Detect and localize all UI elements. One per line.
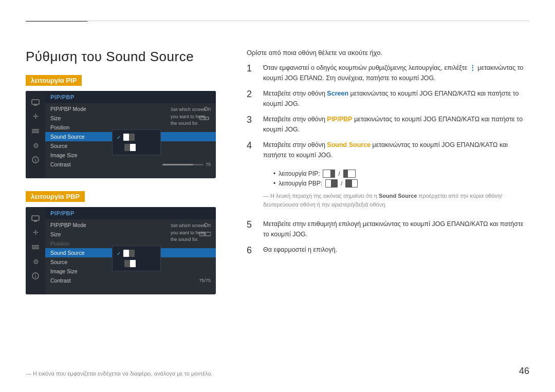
gear-icon: ⚙ [31, 142, 40, 149]
footer-note: — Η εικόνα που εμφανίζεται ενδέχεται να … [26, 370, 213, 377]
left-column: Ρύθμιση του Sound Source λειτουργία PIP [26, 49, 226, 307]
menu-item-label: Position [50, 240, 69, 247]
svg-text:✛: ✛ [33, 229, 39, 236]
svg-rect-17 [32, 216, 39, 220]
pbp-left-icon [325, 179, 338, 188]
menu-item-sound-source: Sound Source ✓ [45, 132, 216, 141]
svg-rect-16 [130, 144, 136, 151]
pbp-screen-left-icon [123, 250, 135, 257]
pip-menu-header: PIP/PBP [45, 91, 216, 103]
menu-item-label: Sound Source [50, 250, 85, 256]
pbp-monitor-icon [31, 215, 40, 222]
menu-item-label: Position [50, 124, 69, 130]
svg-rect-36 [323, 170, 330, 177]
pbp-monitor-wrapper: ✛ [26, 207, 216, 294]
pbp-menu-header: PIP/PBP [45, 207, 216, 219]
svg-text:✛: ✛ [33, 113, 39, 120]
svg-rect-14 [129, 134, 135, 141]
svg-rect-0 [32, 100, 39, 104]
right-column: Ορίστε από ποια οθόνη θέλετε να ακούτε ή… [247, 49, 529, 307]
step-2-number: 2 [247, 88, 258, 100]
step-3: 3 Μεταβείτε στην οθόνη PIP/PBP μετακινών… [247, 114, 529, 135]
svg-rect-40 [326, 180, 331, 187]
checkmark-icon: ✓ [117, 135, 121, 140]
pbp-info-icon: i [31, 272, 40, 279]
pbp-right-icon [345, 179, 358, 188]
lines-icon [31, 127, 40, 135]
svg-text:i: i [35, 158, 36, 163]
svg-rect-42 [352, 180, 357, 187]
pbp-submenu-item-1: ✓ [113, 248, 160, 258]
menu-item-label: PIP/PBP Mode [50, 222, 86, 228]
svg-rect-38 [348, 170, 355, 177]
menu-item-label: Sound Source [50, 134, 85, 140]
monitor-icon [31, 99, 40, 106]
svg-text:⚙: ⚙ [32, 258, 39, 266]
menu-item-label: Size [50, 231, 61, 237]
pip-left-icon [323, 170, 335, 178]
page-container: Ρύθμιση του Sound Source λειτουργία PIP [0, 0, 555, 392]
page-number: 46 [519, 366, 529, 377]
pip-right-icon [343, 170, 356, 178]
pbp-section-label: λειτουργία PBP [26, 191, 85, 202]
pbp-menu-contrast: Contrast 75/75 [45, 276, 216, 285]
menu-item-label: Contrast [50, 277, 71, 284]
step-4: 4 Μεταβείτε στην οθόνη Sound Source μετα… [247, 140, 529, 160]
pip-monitor-wrapper: ✛ [26, 91, 216, 178]
pbp-submenu: ✓ [112, 246, 161, 271]
menu-item-label: PIP/PBP Mode [50, 106, 86, 112]
note-text: — Η λευκή περιοχή της εικόνας σημαίνει ό… [263, 192, 529, 209]
step-4-bullets: 4 λειτουργία PIP: / [247, 165, 529, 214]
pbp-submenu-item-2 [113, 258, 160, 269]
slider-track [162, 164, 203, 165]
contrast-slider: 75 [162, 162, 211, 167]
step-1-text: Όταν εμφανιστεί ο οδηγός κουμπιών ρυθμιζ… [263, 63, 529, 83]
pip-section-label: λειτουργία PIP [26, 75, 82, 86]
pbp-checkmark-icon: ✓ [117, 251, 121, 256]
info-icon: i [31, 156, 40, 163]
step-5-number: 5 [247, 219, 258, 231]
pip-submenu: ✓ [112, 129, 161, 155]
pbp-menu-main: PIP/PBP PIP/PBP Mode On Size [45, 207, 216, 294]
svg-rect-13 [123, 134, 129, 141]
submenu-item-2 [113, 142, 160, 153]
pbp-menu-sound-source: Sound Source ✓ [45, 248, 216, 257]
bullet-list: λειτουργία PIP: / [273, 170, 529, 188]
bullet-pip: λειτουργία PIP: / [273, 170, 529, 178]
step-6-number: 6 [247, 245, 258, 256]
step-3-text: Μεταβείτε στην οθόνη PIP/PBP μετακινώντα… [263, 114, 529, 135]
pbp-monitor: ✛ [26, 207, 216, 294]
content-area: Ρύθμιση του Sound Source λειτουργία PIP [26, 49, 529, 307]
bullet-pbp: λειτουργία PBP: / [273, 179, 529, 188]
page-title: Ρύθμιση του Sound Source [26, 49, 226, 65]
step-1-number: 1 [247, 63, 258, 74]
menu-item-label: Source [50, 259, 67, 265]
bullet-pbp-text: λειτουργία PBP: [279, 180, 322, 187]
step-5-text: Μεταβείτε στην επιθυμητή επιλογή μετακιν… [263, 219, 529, 239]
pip-sidebar: ✛ [26, 91, 45, 178]
step-1: 1 Όταν εμφανιστεί ο οδηγός κουμπιών ρυθμ… [247, 63, 529, 83]
svg-rect-33 [130, 260, 136, 267]
svg-rect-30 [123, 250, 129, 257]
contrast-value: 75 [206, 162, 211, 167]
pbp-arrows-icon: ✛ [31, 229, 40, 236]
step-2-text: Μεταβείτε στην οθόνη Screen μετακινώντας… [263, 88, 529, 109]
pbp-section: λειτουργία PBP [26, 191, 226, 294]
svg-text:⚙: ⚙ [32, 142, 39, 150]
svg-text:i: i [35, 274, 36, 279]
step-list: 1 Όταν εμφανιστεί ο οδηγός κουμπιών ρυθμ… [247, 63, 529, 256]
pbp-screen-right-icon [124, 260, 136, 267]
pip-side-text: Set which screen you want to hear the so… [171, 106, 212, 127]
step-3-number: 3 [247, 114, 258, 126]
arrows-icon: ✛ [31, 113, 40, 120]
pip-menu-main: PIP/PBP PIP/PBP Mode On Size [45, 91, 216, 178]
step-2: 2 Μεταβείτε στην οθόνη Screen μετακινώντ… [247, 88, 529, 109]
menu-item-contrast: Contrast 75 [45, 160, 216, 169]
intro-text: Ορίστε από ποια οθόνη θέλετε να ακούτε ή… [247, 49, 529, 57]
menu-item-label: Image Size [50, 152, 78, 158]
step-6-text: Θα εφαρμοστεί η επιλογή. [263, 245, 337, 255]
pbp-gear-icon: ⚙ [31, 258, 40, 265]
bullet-container: λειτουργία PIP: / [263, 165, 529, 214]
pbp-lines-icon [31, 244, 40, 251]
pbp-sidebar: ✛ [26, 207, 45, 294]
